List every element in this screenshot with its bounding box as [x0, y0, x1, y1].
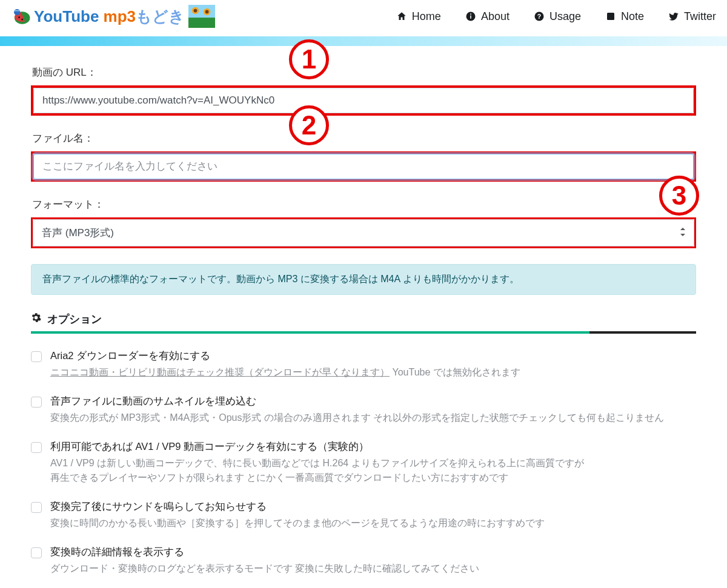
- nav-home-label: Home: [412, 10, 441, 23]
- brand-text: YouTube mp3もどき: [34, 6, 185, 27]
- nav-twitter-label: Twitter: [684, 10, 716, 23]
- svg-text:?: ?: [537, 13, 541, 20]
- annotation-badge-2: 2: [289, 105, 329, 145]
- format-label: フォーマット：: [32, 197, 696, 211]
- svg-point-13: [470, 13, 471, 15]
- nav-home[interactable]: Home: [396, 10, 441, 23]
- svg-point-3: [14, 9, 20, 15]
- svg-rect-5: [188, 18, 215, 28]
- nav-about[interactable]: About: [465, 10, 510, 23]
- option-title: 利用可能であれば AV1 / VP9 動画コーデックを有効にする（実験的）: [50, 440, 696, 454]
- option-title: Aria2 ダウンローダーを有効にする: [50, 349, 696, 363]
- option-checkbox-thumbnail[interactable]: [31, 397, 42, 408]
- svg-rect-4: [14, 10, 20, 12]
- option-title: 変換時の詳細情報を表示する: [50, 546, 696, 559]
- nav-usage-label: Usage: [549, 10, 581, 23]
- main-container: 動画の URL： 1 ファイル名： 2 フォーマット： 3 音声 (MP3形式)…: [21, 46, 706, 588]
- sunflower-icon: [188, 5, 215, 28]
- info-icon: [465, 11, 476, 22]
- format-select[interactable]: 音声 (MP3形式): [33, 219, 694, 246]
- header-gradient: [0, 36, 727, 46]
- brand-icon: [11, 6, 32, 27]
- home-icon: [396, 11, 407, 22]
- option-row: Aria2 ダウンローダーを有効にする ニコニコ動画・ビリビリ動画はチェック推奨…: [31, 345, 696, 390]
- nav-note-label: Note: [621, 10, 644, 23]
- option-desc: 変換に時間のかかる長い動画や［変換する］を押してそのまま他のページを見てるような…: [50, 516, 696, 531]
- svg-point-1: [18, 16, 20, 18]
- annotation-badge-1: 1: [289, 39, 329, 79]
- url-label: 動画の URL：: [32, 65, 696, 79]
- main-nav: Home About ? Usage Note Twitter: [396, 10, 716, 23]
- option-row: 変換完了後にサウンドを鳴らしてお知らせする 変換に時間のかかる長い動画や［変換す…: [31, 495, 696, 541]
- format-info: 音声ファイルの標準的なフォーマットです。動画から MP3 に変換する場合は M4…: [31, 264, 696, 295]
- option-desc: ニコニコ動画・ビリビリ動画はチェック推奨（ダウンロードが早くなります） YouT…: [50, 365, 696, 380]
- options-heading-text: オプション: [47, 312, 102, 326]
- option-checkbox-sound[interactable]: [31, 502, 42, 513]
- nav-about-label: About: [481, 10, 510, 23]
- option-desc: AV1 / VP9 は新しい動画コーデックで、特に長い動画などでは H.264 …: [50, 456, 696, 486]
- file-label: ファイル名：: [32, 131, 696, 145]
- svg-point-10: [205, 10, 209, 14]
- annotation-badge-3: 3: [659, 176, 699, 216]
- option-checkbox-aria2[interactable]: [31, 351, 42, 362]
- nav-twitter[interactable]: Twitter: [668, 10, 716, 23]
- option-title: 音声ファイルに動画のサムネイルを埋め込む: [50, 395, 696, 408]
- option-row: 利用可能であれば AV1 / VP9 動画コーデックを有効にする（実験的） AV…: [31, 435, 696, 496]
- svg-rect-16: [607, 13, 614, 20]
- option-checkbox-verbose[interactable]: [31, 547, 42, 558]
- option-checkbox-av1vp9[interactable]: [31, 442, 42, 453]
- option-row: 音声ファイルに動画のサムネイルを埋め込む 変換先の形式が MP3形式・M4A形式…: [31, 390, 696, 435]
- options-heading: オプション: [31, 312, 696, 331]
- highlight-box-2: 2: [31, 151, 696, 182]
- svg-rect-12: [470, 16, 471, 19]
- options-divider: [31, 331, 696, 334]
- svg-point-8: [194, 9, 198, 13]
- nav-note[interactable]: Note: [605, 10, 644, 23]
- gear-icon: [31, 312, 41, 326]
- svg-point-2: [21, 19, 23, 21]
- highlight-box-1: 1: [31, 85, 696, 116]
- option-desc: 変換先の形式が MP3形式・M4A形式・Opus形式 の場合のみ適用されます そ…: [50, 411, 696, 426]
- brand-link[interactable]: YouTube mp3もどき: [11, 5, 215, 28]
- topbar: YouTube mp3もどき Home About ? Usage Note T…: [0, 0, 727, 36]
- twitter-icon: [668, 11, 679, 22]
- url-input[interactable]: [33, 88, 694, 113]
- nav-usage[interactable]: ? Usage: [534, 10, 581, 23]
- option-title: 変換完了後にサウンドを鳴らしてお知らせする: [50, 500, 696, 514]
- filename-input[interactable]: [33, 154, 694, 179]
- highlight-box-3: 3 音声 (MP3形式): [31, 217, 696, 248]
- note-icon: [605, 11, 616, 22]
- option-desc: ダウンロード・変換時のログなどを表示するモードです 変換に失敗した時に確認してみ…: [50, 561, 696, 576]
- option-row: 変換時の詳細情報を表示する ダウンロード・変換時のログなどを表示するモードです …: [31, 541, 696, 586]
- question-icon: ?: [534, 11, 545, 22]
